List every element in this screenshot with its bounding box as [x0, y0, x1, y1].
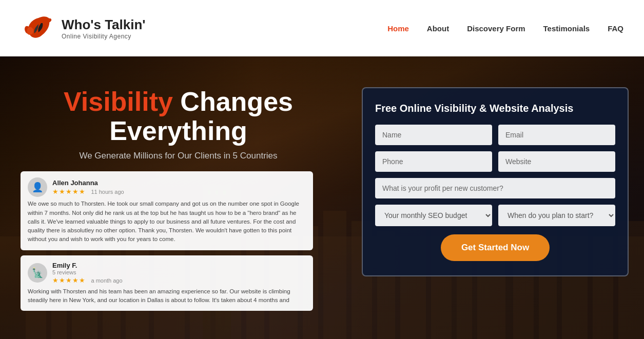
logo[interactable]: Who's Talkin' Online Visibility Agency	[21, 10, 146, 46]
nav-item-about[interactable]: About	[427, 24, 449, 33]
cta-button[interactable]: Get Started Now	[441, 234, 550, 261]
hero-content: Visibility Changes Everything We Generat…	[0, 56, 644, 339]
phone-field	[375, 151, 492, 172]
hero-left: Visibility Changes Everything We Generat…	[0, 87, 357, 311]
review-header-1: 👤 Allen Johanna ★★★★★ 11 hours ago	[28, 177, 306, 197]
email-field	[498, 125, 615, 145]
review-header-2: 🗽 Emily F. 5 reviews ★★★★★ a month ago	[28, 262, 306, 285]
logo-bird-icon	[21, 10, 56, 46]
form-row-2	[375, 151, 615, 172]
reviewer-name-2: Emily F.	[52, 262, 306, 269]
avatar-1: 👤	[28, 177, 47, 197]
email-input[interactable]	[498, 125, 615, 145]
hero-headline: Visibility Changes Everything	[21, 87, 336, 146]
reviewer-info-1: Allen Johanna ★★★★★ 11 hours ago	[52, 179, 306, 196]
headline-orange: Visibility	[64, 87, 173, 116]
logo-subtitle: Online Visibility Agency	[62, 33, 146, 40]
reviewer-meta-1: 11 hours ago	[91, 189, 124, 195]
nav-item-faq[interactable]: FAQ	[608, 24, 623, 33]
website-field	[498, 151, 615, 172]
avatar-2: 🗽	[28, 263, 47, 283]
stars-1: ★★★★★	[52, 188, 86, 195]
nav-item-home[interactable]: Home	[387, 24, 409, 33]
review-card-2: 🗽 Emily F. 5 reviews ★★★★★ a month ago W…	[21, 255, 313, 311]
name-input[interactable]	[375, 125, 492, 145]
form-row-selects: Your monthly SEO budget Under $500 $500 …	[375, 205, 615, 226]
profit-input[interactable]	[375, 178, 615, 198]
phone-input[interactable]	[375, 151, 492, 172]
nav-item-discovery[interactable]: Discovery Form	[467, 24, 525, 33]
reviewer-name-1: Allen Johanna	[52, 179, 306, 187]
reviewer-info-2: Emily F. 5 reviews ★★★★★ a month ago	[52, 262, 306, 285]
logo-title: Who's Talkin'	[62, 17, 146, 33]
reviewer-time-2: a month ago	[91, 277, 122, 284]
hero-section: Visibility Changes Everything We Generat…	[0, 56, 644, 339]
logo-text: Who's Talkin' Online Visibility Agency	[62, 17, 146, 40]
header: Who's Talkin' Online Visibility Agency H…	[0, 0, 644, 56]
website-input[interactable]	[498, 151, 615, 172]
stars-2: ★★★★★	[52, 276, 86, 284]
reviewer-subline-2: 5 reviews	[52, 269, 306, 275]
main-nav: Home About Discovery Form Testimonials F…	[387, 24, 623, 33]
start-select[interactable]: When do you plan to start? Immediately W…	[498, 205, 615, 226]
form-card: Free Online Visibility & Website Analysi…	[362, 87, 629, 276]
name-field	[375, 125, 492, 145]
budget-select[interactable]: Your monthly SEO budget Under $500 $500 …	[375, 205, 492, 226]
hero-right: Free Online Visibility & Website Analysi…	[357, 87, 644, 276]
review-text-1: We owe so much to Thorsten. He took our …	[28, 200, 306, 244]
form-row-1	[375, 125, 615, 145]
review-card-1: 👤 Allen Johanna ★★★★★ 11 hours ago We ow…	[21, 171, 313, 250]
review-text-2: Working with Thorsten and his team has b…	[28, 287, 306, 305]
reviews-container: 👤 Allen Johanna ★★★★★ 11 hours ago We ow…	[21, 171, 336, 311]
hero-subheadline: We Generate Millions for Our Clients in …	[21, 151, 336, 161]
form-title: Free Online Visibility & Website Analysi…	[375, 103, 615, 114]
nav-item-testimonials[interactable]: Testimonials	[543, 24, 590, 33]
